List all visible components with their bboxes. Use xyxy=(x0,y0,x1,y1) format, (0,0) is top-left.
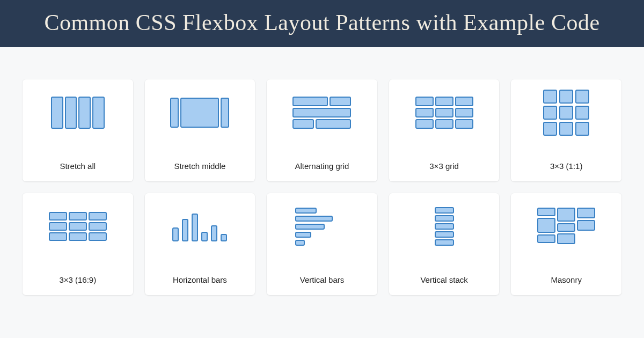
card-label: Stretch middle xyxy=(174,161,225,171)
card-label: Stretch all xyxy=(60,161,96,171)
pattern-grid: Stretch all Stretch middle Alternating g… xyxy=(0,47,644,311)
thumb-horizontal-bars-icon xyxy=(170,205,229,248)
pattern-card-horizontal-bars[interactable]: Horizontal bars xyxy=(145,193,255,295)
pattern-card-stretch-all[interactable]: Stretch all xyxy=(23,79,133,181)
pattern-card-3x3-16-9[interactable]: 3×3 (16:9) xyxy=(23,193,133,295)
thumb-alternating-grid-icon xyxy=(292,91,352,134)
pattern-card-3x3-grid[interactable]: 3×3 grid xyxy=(389,79,500,181)
card-label: 3×3 grid xyxy=(429,161,459,171)
thumb-3x3-1-1-icon xyxy=(537,91,596,134)
thumb-vertical-bars-icon xyxy=(292,205,352,248)
card-label: Alternating grid xyxy=(295,161,349,171)
thumb-stretch-all-icon xyxy=(48,91,107,134)
card-label: 3×3 (1:1) xyxy=(550,161,582,171)
thumb-3x3-grid-icon xyxy=(415,91,474,134)
thumb-stretch-middle-icon xyxy=(170,91,229,134)
pattern-card-vertical-bars[interactable]: Vertical bars xyxy=(267,193,377,295)
card-label: Vertical stack xyxy=(420,275,467,284)
pattern-card-alternating-grid[interactable]: Alternating grid xyxy=(267,79,377,181)
pattern-card-vertical-stack[interactable]: Vertical stack xyxy=(389,193,500,295)
card-label: Horizontal bars xyxy=(173,275,227,284)
pattern-card-3x3-1-1[interactable]: 3×3 (1:1) xyxy=(511,79,621,181)
thumb-vertical-stack-icon xyxy=(415,205,474,248)
card-label: 3×3 (16:9) xyxy=(59,275,96,284)
pattern-card-stretch-middle[interactable]: Stretch middle xyxy=(145,79,255,181)
page-title: Common CSS Flexbox Layout Patterns with … xyxy=(0,0,644,47)
thumb-3x3-16-9-icon xyxy=(48,205,107,248)
card-label: Masonry xyxy=(551,275,582,284)
thumb-masonry-icon xyxy=(537,205,596,248)
pattern-card-masonry[interactable]: Masonry xyxy=(511,193,621,295)
card-label: Vertical bars xyxy=(300,275,345,284)
